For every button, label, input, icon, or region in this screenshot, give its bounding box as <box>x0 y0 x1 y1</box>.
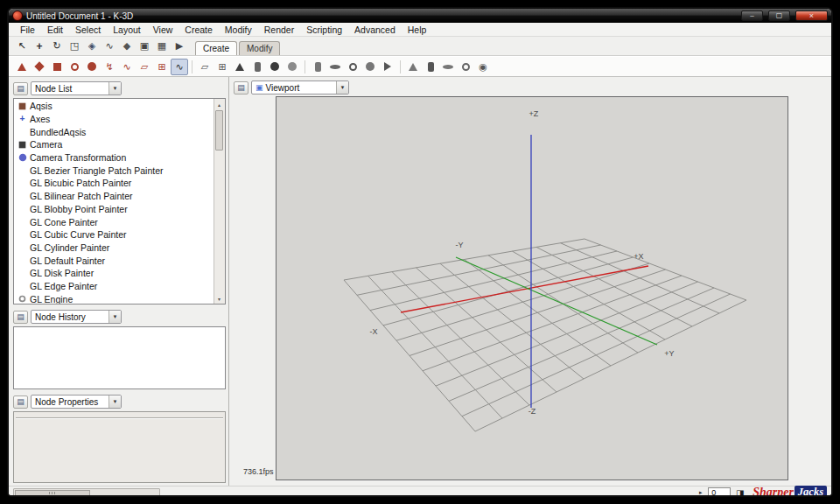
render-frame-button[interactable]: ▦ <box>153 38 171 54</box>
panel-menu-button[interactable]: ▤ <box>13 396 28 409</box>
panel-menu-button[interactable]: ▤ <box>13 82 28 95</box>
sphere-button[interactable] <box>83 59 101 75</box>
paraboloid-button[interactable] <box>309 59 326 75</box>
tab-create[interactable]: Create <box>195 41 237 55</box>
nurbs-curve-button[interactable]: ∿ <box>171 59 188 75</box>
logo-text-second: Jacks <box>794 486 827 497</box>
menu-advanced[interactable]: Advanced <box>348 24 402 35</box>
circle-primitive-button[interactable] <box>361 59 379 75</box>
curve-tool-button[interactable]: ∿ <box>101 38 118 54</box>
hyperboloid-button[interactable] <box>326 59 344 75</box>
sphere-icon <box>88 62 96 71</box>
tab-modify[interactable]: Modify <box>239 41 280 55</box>
maximize-button[interactable]: ▢ <box>768 10 790 21</box>
patch-button[interactable]: ⊞ <box>153 59 171 75</box>
chevron-down-icon[interactable]: ▼ <box>108 311 121 323</box>
reel-button[interactable]: ◉ <box>474 59 492 75</box>
lightning-button[interactable]: ↯ <box>101 59 118 75</box>
list-item[interactable]: GL Engine <box>14 292 214 304</box>
tube-icon <box>428 62 434 72</box>
list-item[interactable]: GL Default Painter <box>14 254 214 267</box>
scale-tool-button[interactable]: ◳ <box>66 38 83 54</box>
scrollbar-thumb[interactable] <box>15 490 90 496</box>
scroll-up-icon[interactable]: ▴ <box>214 99 224 109</box>
menu-create[interactable]: Create <box>178 24 219 35</box>
menu-file[interactable]: File <box>14 24 41 35</box>
menu-select[interactable]: Select <box>69 24 107 35</box>
chevron-down-icon[interactable]: ▼ <box>108 396 121 408</box>
list-item[interactable]: GL Disk Painter <box>14 267 214 280</box>
scale-tool-icon: ◳ <box>70 41 79 51</box>
curve-button[interactable]: ∿ <box>118 59 136 75</box>
disk-primitive-button[interactable] <box>439 59 457 75</box>
frame-number-field[interactable]: 0 <box>708 487 731 497</box>
menu-modify[interactable]: Modify <box>219 24 258 35</box>
list-item[interactable]: Camera Transformation <box>14 151 214 164</box>
list-item[interactable]: BundledAqsis <box>14 125 214 138</box>
torus-wire-icon <box>349 63 357 71</box>
menu-help[interactable]: Help <box>402 24 433 35</box>
sphere-solid-button[interactable] <box>266 59 284 75</box>
keyframe-tool-button[interactable]: ◆ <box>118 38 136 54</box>
scroll-down-icon[interactable]: ▾ <box>214 293 224 304</box>
pyramid-wire-button[interactable] <box>404 59 422 75</box>
scrollbar-thumb[interactable] <box>215 110 223 150</box>
plane-button[interactable]: ▱ <box>196 59 214 75</box>
list-item[interactable]: GL Cone Painter <box>14 215 214 228</box>
pyramid-button[interactable] <box>31 59 48 75</box>
panel-menu-button[interactable]: ▤ <box>13 311 28 324</box>
list-item[interactable]: GL Bicubic Patch Painter <box>14 177 214 190</box>
play-forward-icon[interactable]: ▸ <box>696 488 705 498</box>
menu-render[interactable]: Render <box>258 24 300 35</box>
list-item[interactable]: Camera <box>14 138 214 151</box>
torus-button[interactable] <box>66 59 83 75</box>
list-item[interactable]: GL Bezier Triangle Patch Painter <box>14 164 214 177</box>
torus-wire-button[interactable] <box>344 59 361 75</box>
list-item[interactable]: GL Edge Painter <box>14 280 214 293</box>
cylinder-button[interactable] <box>248 59 266 75</box>
sphere-shaded-button[interactable] <box>284 59 301 75</box>
menu-bar: FileEditSelectLayoutViewCreateModifyRend… <box>9 23 831 37</box>
node-list-scrollbar[interactable]: ▴ ▾ <box>214 99 225 304</box>
node-list-header: ▤ Node List ▼ <box>13 80 226 96</box>
menu-scripting[interactable]: Scripting <box>300 24 348 35</box>
menu-edit[interactable]: Edit <box>41 24 69 35</box>
close-button[interactable]: × <box>795 10 828 21</box>
extrude-button[interactable] <box>379 59 396 75</box>
list-item[interactable]: Aqsis <box>14 100 214 113</box>
horizontal-scrollbar[interactable] <box>13 488 160 498</box>
list-item[interactable]: +Axes <box>14 113 214 126</box>
render-preview-button[interactable]: ▣ <box>136 38 153 54</box>
list-item[interactable]: GL Cubic Curve Painter <box>14 228 214 242</box>
panel-menu-button[interactable]: ▤ <box>234 81 248 94</box>
chevron-down-icon[interactable]: ▼ <box>108 82 121 94</box>
title-bar[interactable]: Untitled Document 1 - K-3D – ▢ × <box>9 9 831 23</box>
list-item[interactable]: GL Cylinder Painter <box>14 242 214 255</box>
cube-button[interactable] <box>48 59 66 75</box>
cone-solid-button[interactable] <box>231 59 248 75</box>
rotate-tool-icon: ↻ <box>52 41 60 51</box>
extrude-icon <box>384 62 391 71</box>
render-animation-button[interactable]: ▶ <box>171 38 188 54</box>
tube-button[interactable] <box>422 59 439 75</box>
cone-button[interactable] <box>13 59 31 75</box>
node-history-combobox[interactable]: Node History ▼ <box>31 310 122 324</box>
node-properties-combobox[interactable]: Node Properties ▼ <box>31 395 122 409</box>
rotate-tool-button[interactable]: ↻ <box>48 38 66 54</box>
chevron-down-icon[interactable]: ▼ <box>336 81 348 94</box>
timeline-widget-icon[interactable]: ◨ <box>733 487 746 497</box>
snap-tool-button[interactable]: ◈ <box>83 38 101 54</box>
minimize-button[interactable]: – <box>741 10 763 21</box>
list-item[interactable]: GL Bilinear Patch Painter <box>14 190 214 203</box>
viewport-canvas[interactable]: +Z-Z+X-X-Y+Y <box>276 96 788 480</box>
viewport-combobox[interactable]: ▣ Viewport ▼ <box>251 80 349 94</box>
sphere-wire-button[interactable] <box>457 59 474 75</box>
polygon-button[interactable]: ▱ <box>136 59 153 75</box>
menu-layout[interactable]: Layout <box>107 24 147 35</box>
menu-view[interactable]: View <box>147 24 179 35</box>
list-item[interactable]: GL Blobby Point Painter <box>14 203 214 216</box>
select-tool-button[interactable]: ↖ <box>13 38 31 54</box>
node-list-combobox[interactable]: Node List ▼ <box>31 81 122 95</box>
grid-button[interactable]: ⊞ <box>214 59 231 75</box>
move-tool-button[interactable]: + <box>31 38 48 54</box>
